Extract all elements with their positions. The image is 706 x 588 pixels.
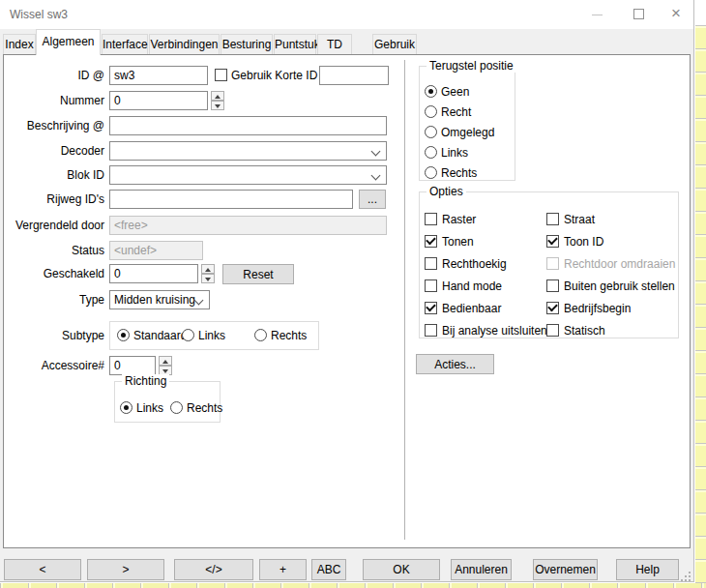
richting-radio-links[interactable]	[120, 401, 132, 414]
checkbox-bedrijfsbegin[interactable]	[546, 302, 559, 314]
raster-label: Raster	[442, 213, 476, 226]
checkbox-toon-id[interactable]	[546, 235, 559, 248]
tab-algemeen[interactable]: Algemeen	[36, 29, 101, 55]
vergrendeld-label: Vergrendeld door	[2, 219, 104, 232]
spin-up-icon[interactable]	[159, 356, 172, 366]
chevron-down-icon	[371, 171, 381, 181]
background-spreadsheet-bottom	[0, 583, 706, 588]
nummer-input[interactable]: 0	[109, 91, 208, 110]
reset-button[interactable]: Reset	[222, 264, 294, 284]
checkbox-buiten-gebruik-stellen[interactable]	[546, 279, 559, 292]
help-button[interactable]: Help	[616, 559, 679, 580]
tab-td[interactable]: TD	[317, 34, 352, 54]
id-input[interactable]: sw3	[109, 66, 208, 85]
spin-down-icon[interactable]	[201, 274, 215, 283]
apply-button[interactable]: Overnemen	[533, 559, 598, 580]
decoder-select[interactable]	[109, 141, 387, 161]
checkbox-bedienbaar[interactable]	[425, 302, 437, 314]
tab-verbindingen[interactable]: Verbindingen	[149, 34, 220, 54]
type-select[interactable]: Midden kruising	[109, 290, 210, 309]
panel-divider	[404, 60, 405, 540]
rechthoekig-label: Rechthoekig	[442, 257, 507, 271]
tab-puntstuk[interactable]: Puntstuk	[274, 34, 316, 54]
richting-group-title: Richting	[122, 374, 169, 388]
spin-up-icon[interactable]	[201, 264, 215, 274]
checkbox-rechthoekig[interactable]	[425, 257, 437, 270]
abc-button[interactable]: ABC	[311, 559, 346, 580]
resize-grip-icon[interactable]	[681, 572, 692, 583]
rijweg-label: Rijweg ID's	[2, 192, 104, 206]
status-label: Status	[2, 244, 104, 257]
xml-button[interactable]: </>	[174, 559, 253, 580]
blok-label: Blok ID	[2, 168, 104, 182]
vergrendeld-field: <free>	[109, 216, 387, 235]
close-icon[interactable]: ×	[671, 4, 681, 23]
type-value: Midden kruising	[114, 293, 195, 307]
bedienbaar-label: Bedienbaar	[442, 302, 501, 315]
subtype-rechts-label: Rechts	[271, 329, 307, 342]
maximize-icon[interactable]	[633, 9, 644, 19]
cancel-button[interactable]: Annuleren	[451, 559, 512, 580]
screen: Wissel sw3 × Index Algemeen Interface Ve…	[0, 0, 706, 588]
checkbox-hand-mode[interactable]	[425, 279, 437, 292]
subtype-standaard-label: Standaard	[133, 329, 187, 342]
subtype-radio-standaard[interactable]	[117, 329, 130, 341]
bij-analyse-uitsluiten-label: Bij analyse uitsluiten	[442, 324, 547, 338]
blok-select[interactable]	[109, 165, 387, 185]
add-button[interactable]: +	[259, 559, 307, 580]
checkbox-straat[interactable]	[546, 213, 559, 225]
ok-button[interactable]: OK	[363, 559, 440, 580]
next-button[interactable]: >	[87, 559, 164, 580]
terugstel-radio-links[interactable]	[425, 146, 437, 159]
hand-mode-label: Hand mode	[442, 279, 502, 293]
terugstel-radio-rechts[interactable]	[425, 166, 437, 179]
rijweg-input[interactable]	[109, 190, 353, 209]
beschrijving-input[interactable]	[109, 116, 387, 135]
terugstel-group: Terugstel positie	[419, 66, 515, 181]
terugstel-omgelegd-label: Omgelegd	[441, 126, 494, 139]
acties-button[interactable]: Acties...	[416, 354, 494, 374]
id-label: ID @	[2, 69, 104, 82]
short-id-checkbox[interactable]	[215, 69, 227, 81]
beschrijving-label: Beschrijving @	[2, 119, 104, 132]
terugstel-radio-omgelegd[interactable]	[425, 126, 437, 138]
straat-label: Straat	[564, 213, 595, 226]
decoder-label: Decoder	[2, 144, 104, 158]
spin-up-icon[interactable]	[211, 91, 224, 101]
opties-group-title: Opties	[427, 185, 466, 198]
checkbox-tonen[interactable]	[425, 235, 437, 248]
terugstel-radio-recht[interactable]	[425, 105, 437, 118]
title-bar[interactable]: Wissel sw3 ×	[0, 0, 693, 29]
terugstel-rechts-label: Rechts	[441, 166, 477, 180]
richting-links-label: Links	[136, 401, 163, 415]
subtype-radio-links[interactable]	[182, 329, 194, 341]
nummer-stepper[interactable]	[211, 91, 224, 110]
short-id-label: Gebruik Korte ID	[231, 69, 317, 82]
rijweg-browse-button[interactable]: ...	[359, 190, 386, 209]
terugstel-radio-geen[interactable]	[425, 85, 437, 98]
tab-gebruik[interactable]: Gebruik	[372, 34, 417, 54]
checkbox-bij-analyse-uitsluiten[interactable]	[425, 324, 437, 337]
buiten-gebruik-stellen-label: Buiten gebruik stellen	[564, 279, 675, 293]
prev-button[interactable]: <	[4, 559, 81, 580]
statisch-label: Statisch	[564, 324, 605, 338]
tab-besturing[interactable]: Besturing	[221, 34, 273, 54]
tab-interface[interactable]: Interface	[102, 34, 148, 54]
checkbox-raster[interactable]	[425, 213, 437, 225]
accessoire-stepper[interactable]	[159, 356, 172, 375]
toon-id-label: Toon ID	[564, 235, 603, 249]
accessoire-label: Accessoire#	[2, 359, 104, 372]
richting-radio-rechts[interactable]	[170, 401, 183, 414]
terugstel-recht-label: Recht	[441, 105, 471, 119]
geschakeld-stepper[interactable]	[201, 264, 215, 283]
spin-down-icon[interactable]	[211, 101, 224, 110]
checkbox-statisch[interactable]	[546, 324, 559, 337]
type-label: Type	[2, 293, 104, 307]
short-id-input[interactable]	[319, 66, 389, 85]
geschakeld-input[interactable]: 0	[109, 264, 198, 283]
accessoire-input[interactable]: 0	[109, 356, 156, 375]
tab-index[interactable]: Index	[3, 34, 36, 54]
minimize-icon[interactable]	[592, 15, 603, 15]
subtype-radio-rechts[interactable]	[254, 329, 267, 341]
terugstel-links-label: Links	[441, 146, 468, 160]
